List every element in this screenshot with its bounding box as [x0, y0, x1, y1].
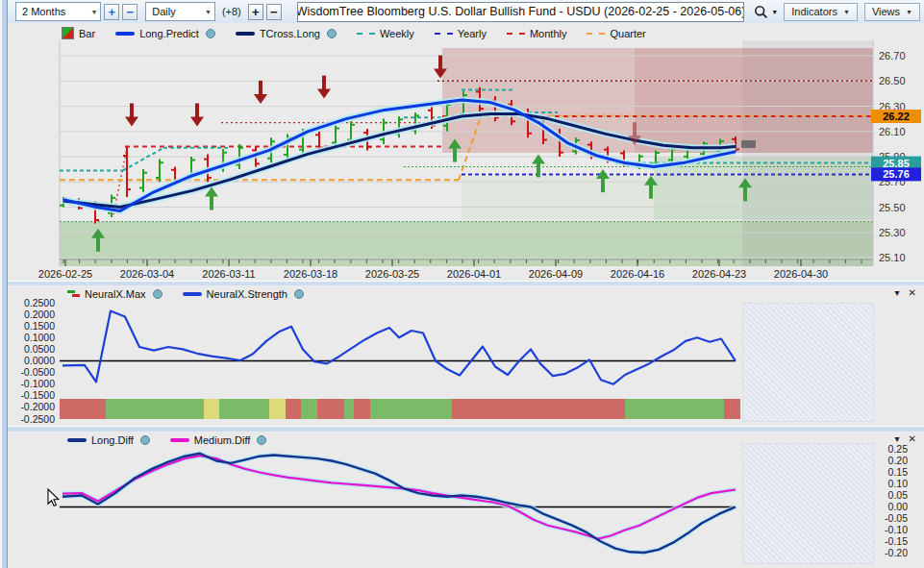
svg-text:-0.2500: -0.2500: [20, 413, 55, 425]
indicator-info-dot-icon[interactable]: [327, 29, 337, 38]
svg-text:0.0500: 0.0500: [24, 343, 55, 355]
chevron-down-icon: ▼: [90, 9, 97, 15]
interval-select[interactable]: Daily ▼: [145, 2, 215, 21]
svg-text:2026-03-18: 2026-03-18: [284, 268, 337, 280]
indicator-info-dot-icon[interactable]: [153, 289, 162, 299]
svg-text:25.10: 25.10: [879, 252, 906, 263]
svg-text:26.70: 26.70: [879, 50, 906, 62]
legend-label: Long.Predict: [139, 28, 199, 39]
svg-text:2026-04-23: 2026-04-23: [692, 268, 746, 280]
legend-item-medium-diff[interactable]: Medium.Diff: [170, 434, 266, 446]
legend-item-quarter[interactable]: Quarter: [587, 28, 645, 39]
svg-text:0.20: 0.20: [888, 455, 909, 466]
diff-y-labels: 0.250.200.150.100.050.00-0.05-0.10-0.15-…: [885, 443, 908, 558]
svg-text:-0.2000: -0.2000: [20, 401, 55, 412]
close-panel-icon[interactable]: ✕: [909, 433, 916, 444]
dash-swatch-icon: [435, 33, 453, 35]
neuralx-max-icon: [67, 289, 80, 299]
svg-text:0.2500: 0.2500: [24, 297, 55, 309]
dash-swatch-icon: [507, 33, 525, 35]
range-select-value: 2 Months: [22, 6, 65, 17]
svg-text:2026-03-25: 2026-03-25: [365, 268, 419, 280]
line-swatch-icon: [170, 438, 189, 442]
legend-item-yearly[interactable]: Yearly: [435, 28, 487, 39]
neuralx-y-labels: 0.25000.20000.15000.10000.05000.0000-0.0…: [20, 297, 55, 425]
collapse-panel-icon[interactable]: ▾: [895, 287, 900, 298]
interval-select-value: Daily: [152, 6, 175, 17]
svg-text:0.1500: 0.1500: [24, 320, 55, 332]
svg-text:2026-03-11: 2026-03-11: [202, 268, 255, 280]
neuralx-future-region: [742, 303, 874, 422]
line-swatch-icon: [67, 438, 87, 442]
svg-text:2026-03-04: 2026-03-04: [120, 268, 174, 280]
svg-text:26.50: 26.50: [879, 75, 906, 86]
range-increase-button[interactable]: +: [104, 4, 119, 20]
svg-text:-0.1500: -0.1500: [20, 389, 55, 401]
price-chart-legend: BarLong.PredictTCross.LongWeeklyYearlyMo…: [62, 27, 666, 39]
close-panel-icon[interactable]: ✕: [909, 287, 916, 298]
legend-label: Monthly: [530, 28, 567, 39]
bars-increase-button[interactable]: +: [248, 4, 263, 20]
legend-item-monthly[interactable]: Monthly: [507, 28, 567, 39]
legend-label: Bar: [79, 28, 95, 39]
svg-text:25.76: 25.76: [883, 168, 910, 180]
indicator-info-dot-icon[interactable]: [140, 435, 150, 445]
svg-text:25.30: 25.30: [879, 227, 906, 238]
views-button[interactable]: Views ▼: [864, 3, 920, 21]
price-chart-panel: BarLong.PredictTCross.LongWeeklyYearlyMo…: [8, 23, 924, 281]
symbol-title: WisdomTree Bloomberg U.S. Dollar Bullish…: [297, 2, 745, 22]
neuralx-legend: NeuralX.MaxNeuralX.Strength: [67, 288, 324, 300]
search-icon: [754, 5, 768, 19]
svg-text:0.0000: 0.0000: [24, 355, 55, 366]
mouse-cursor: [46, 488, 62, 507]
price-chart-plot[interactable]: 26.7026.5026.3026.1025.9025.7025.5025.30…: [8, 40, 924, 281]
bars-decrease-button[interactable]: −: [266, 4, 282, 20]
price-badges: 26.2225.8525.76: [871, 110, 921, 181]
symbol-search[interactable]: ▼: [754, 5, 778, 19]
legend-item-bar[interactable]: Bar: [62, 27, 95, 39]
legend-label: Long.Diff: [91, 434, 134, 446]
diff-panel: Long.DiffMedium.Diff ▾ ✕ 0.250.200.150.1…: [8, 432, 924, 568]
svg-text:-0.15: -0.15: [885, 535, 908, 547]
legend-item-long-diff[interactable]: Long.Diff: [67, 434, 150, 446]
legend-item-long-predict[interactable]: Long.Predict: [115, 28, 215, 39]
svg-text:-0.20: -0.20: [885, 547, 908, 558]
svg-text:2026-04-01: 2026-04-01: [447, 268, 501, 280]
svg-text:0.10: 0.10: [888, 478, 909, 489]
range-select[interactable]: 2 Months ▼: [15, 2, 101, 21]
indicator-info-dot-icon[interactable]: [206, 29, 215, 38]
indicator-info-dot-icon[interactable]: [257, 435, 266, 445]
range-decrease-button[interactable]: −: [122, 4, 137, 20]
svg-text:2026-02-25: 2026-02-25: [38, 268, 92, 280]
indicator-info-dot-icon[interactable]: [294, 289, 304, 299]
svg-text:0.25: 0.25: [888, 443, 909, 455]
svg-text:25.85: 25.85: [883, 158, 910, 169]
svg-text:0.00: 0.00: [888, 501, 909, 512]
legend-label: Weekly: [380, 28, 414, 39]
legend-label: NeuralX.Strength: [207, 288, 287, 300]
left-panel-splitter[interactable]: [0, 0, 8, 568]
collapse-panel-icon[interactable]: ▾: [895, 433, 900, 444]
legend-label: TCross.Long: [260, 28, 320, 39]
line-swatch-icon: [115, 32, 135, 36]
svg-text:26.22: 26.22: [883, 111, 910, 122]
charting-app: 2 Months ▼ + − Daily ▼ (+8) + − WisdomTr…: [0, 0, 924, 568]
legend-item-weekly[interactable]: Weekly: [357, 28, 414, 39]
svg-text:-0.0500: -0.0500: [20, 366, 55, 378]
main-toolbar: 2 Months ▼ + − Daily ▼ (+8) + − WisdomTr…: [8, 0, 924, 24]
legend-item-neuralx-strength[interactable]: NeuralX.Strength: [183, 288, 304, 300]
svg-text:2026-04-30: 2026-04-30: [774, 268, 828, 280]
legend-label: Medium.Diff: [194, 434, 250, 446]
line-swatch-icon: [236, 32, 255, 36]
legend-label: Yearly: [458, 28, 487, 39]
svg-text:25.50: 25.50: [879, 202, 906, 213]
indicators-button[interactable]: Indicators ▼: [784, 3, 858, 21]
chevron-down-icon: ▼: [205, 9, 212, 15]
dash-swatch-icon: [357, 33, 375, 35]
chevron-down-icon: ▼: [906, 9, 912, 15]
legend-item-tcross-long[interactable]: TCross.Long: [236, 28, 337, 39]
svg-text:0.2000: 0.2000: [24, 309, 55, 320]
legend-item-neuralx-max[interactable]: NeuralX.Max: [67, 288, 162, 300]
dash-swatch-icon: [587, 33, 605, 35]
x-axis-labels: 2026-02-252026-03-042026-03-112026-03-18…: [38, 268, 828, 280]
